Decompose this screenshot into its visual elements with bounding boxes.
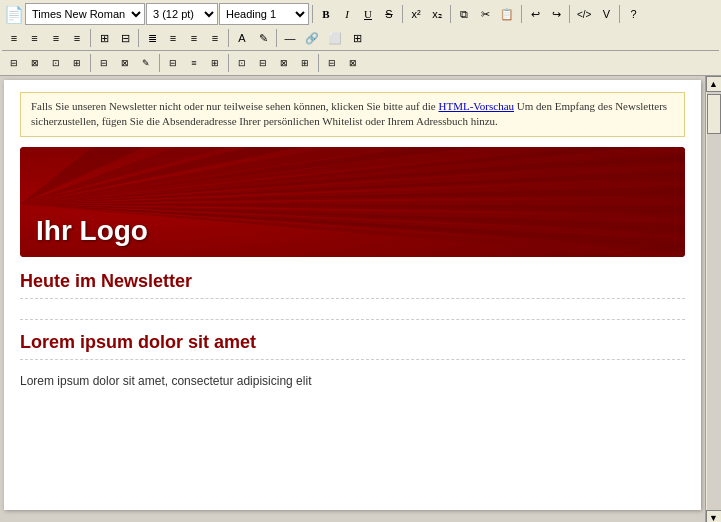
- separator-11: [90, 54, 91, 72]
- scroll-track[interactable]: [707, 92, 721, 510]
- tb3-btn2[interactable]: ⊠: [25, 52, 45, 74]
- highlight-button[interactable]: ✎: [253, 27, 273, 49]
- heading-style-select[interactable]: Heading 1: [219, 3, 309, 25]
- bold-button[interactable]: B: [316, 3, 336, 25]
- editor-area[interactable]: Falls Sie unseren Newsletter nicht oder …: [0, 76, 705, 522]
- justify-button[interactable]: ≡: [67, 27, 87, 49]
- separator-12: [159, 54, 160, 72]
- tb3-btn15[interactable]: ⊟: [322, 52, 342, 74]
- lorem-text: Lorem ipsum dolor sit amet, consectetur …: [20, 372, 685, 390]
- scroll-thumb[interactable]: [707, 94, 721, 134]
- toolbar-row-2: ≡ ≡ ≡ ≡ ⊞ ⊟ ≣ ≡ ≡ ≡ A ✎ — 🔗 ⬜ ⊞: [2, 26, 719, 50]
- cut-button[interactable]: ✂: [475, 3, 495, 25]
- tb3-btn1[interactable]: ⊟: [4, 52, 24, 74]
- indent-button[interactable]: ⊞: [94, 27, 114, 49]
- link-button[interactable]: 🔗: [301, 27, 323, 49]
- italic-button[interactable]: I: [337, 3, 357, 25]
- separator-9: [228, 29, 229, 47]
- tb3-btn8[interactable]: ⊟: [163, 52, 183, 74]
- section-1-divider: [20, 298, 685, 299]
- banner-logo: Ihr Logo: [36, 215, 148, 247]
- toolbar-row-1: 📄 Times New Roman 3 (12 pt) Heading 1 B …: [2, 2, 719, 26]
- underline-button[interactable]: U: [358, 3, 378, 25]
- separator-6: [619, 5, 620, 23]
- subscript-button[interactable]: x₂: [427, 3, 447, 25]
- section-2-heading: Lorem ipsum dolor sit amet: [20, 332, 685, 353]
- align-right-button[interactable]: ≡: [46, 27, 66, 49]
- scroll-up-arrow[interactable]: ▲: [706, 76, 722, 92]
- document-icon: 📄: [4, 5, 24, 24]
- html-preview-link[interactable]: HTML-Vorschau: [439, 100, 515, 112]
- image-button[interactable]: ⬜: [324, 27, 346, 49]
- font-color-button[interactable]: A: [232, 27, 252, 49]
- separator-5: [569, 5, 570, 23]
- info-bar: Falls Sie unseren Newsletter nicht oder …: [20, 92, 685, 137]
- tb3-btn13[interactable]: ⊠: [274, 52, 294, 74]
- superscript-button[interactable]: x²: [406, 3, 426, 25]
- section-2: Lorem ipsum dolor sit amet Lorem ipsum d…: [20, 332, 685, 390]
- list-extra1-button[interactable]: ≡: [184, 27, 204, 49]
- section-2-divider: [20, 359, 685, 360]
- info-text-before-link: Falls Sie unseren Newsletter nicht oder …: [31, 100, 439, 112]
- document-page: Falls Sie unseren Newsletter nicht oder …: [4, 80, 701, 510]
- newsletter-banner: Ihr Logo: [20, 147, 685, 257]
- tb3-btn5[interactable]: ⊟: [94, 52, 114, 74]
- font-size-select[interactable]: 3 (12 pt): [146, 3, 218, 25]
- tb3-btn6[interactable]: ⊠: [115, 52, 135, 74]
- scrollbar-right: ▲ ▼: [705, 76, 721, 522]
- separator-2: [402, 5, 403, 23]
- list-ordered-button[interactable]: ≡: [163, 27, 183, 49]
- tb3-btn9[interactable]: ≡: [184, 52, 204, 74]
- strikethrough-button[interactable]: S: [379, 3, 399, 25]
- paste-button[interactable]: 📋: [496, 3, 518, 25]
- main-area: Falls Sie unseren Newsletter nicht oder …: [0, 76, 721, 522]
- hr-button[interactable]: —: [280, 27, 300, 49]
- align-center-button[interactable]: ≡: [25, 27, 45, 49]
- separator-13: [228, 54, 229, 72]
- separator-1: [312, 5, 313, 23]
- tb3-btn16[interactable]: ⊠: [343, 52, 363, 74]
- code-button[interactable]: </>: [573, 3, 595, 25]
- align-left-button[interactable]: ≡: [4, 27, 24, 49]
- separator-8: [138, 29, 139, 47]
- copy-button[interactable]: ⧉: [454, 3, 474, 25]
- separator-10: [276, 29, 277, 47]
- section-1-heading: Heute im Newsletter: [20, 271, 685, 292]
- tb3-btn4[interactable]: ⊞: [67, 52, 87, 74]
- list-extra2-button[interactable]: ≡: [205, 27, 225, 49]
- tb3-btn7[interactable]: ✎: [136, 52, 156, 74]
- table-button[interactable]: ⊞: [347, 27, 367, 49]
- tb3-btn14[interactable]: ⊞: [295, 52, 315, 74]
- separator-3: [450, 5, 451, 23]
- section-1: Heute im Newsletter: [20, 271, 685, 320]
- separator-4: [521, 5, 522, 23]
- tb3-btn10[interactable]: ⊞: [205, 52, 225, 74]
- help-button[interactable]: ?: [623, 3, 643, 25]
- scroll-down-arrow[interactable]: ▼: [706, 510, 722, 522]
- undo-button[interactable]: ↩: [525, 3, 545, 25]
- list-unordered-button[interactable]: ≣: [142, 27, 162, 49]
- tb3-btn11[interactable]: ⊡: [232, 52, 252, 74]
- insert-button[interactable]: V: [596, 3, 616, 25]
- redo-button[interactable]: ↪: [546, 3, 566, 25]
- tb3-btn3[interactable]: ⊡: [46, 52, 66, 74]
- section-1-divider-2: [20, 319, 685, 320]
- outdent-button[interactable]: ⊟: [115, 27, 135, 49]
- tb3-btn12[interactable]: ⊟: [253, 52, 273, 74]
- separator-7: [90, 29, 91, 47]
- separator-14: [318, 54, 319, 72]
- font-family-select[interactable]: Times New Roman: [25, 3, 145, 25]
- toolbar-row-3: ⊟ ⊠ ⊡ ⊞ ⊟ ⊠ ✎ ⊟ ≡ ⊞ ⊡ ⊟ ⊠ ⊞ ⊟ ⊠: [2, 50, 719, 75]
